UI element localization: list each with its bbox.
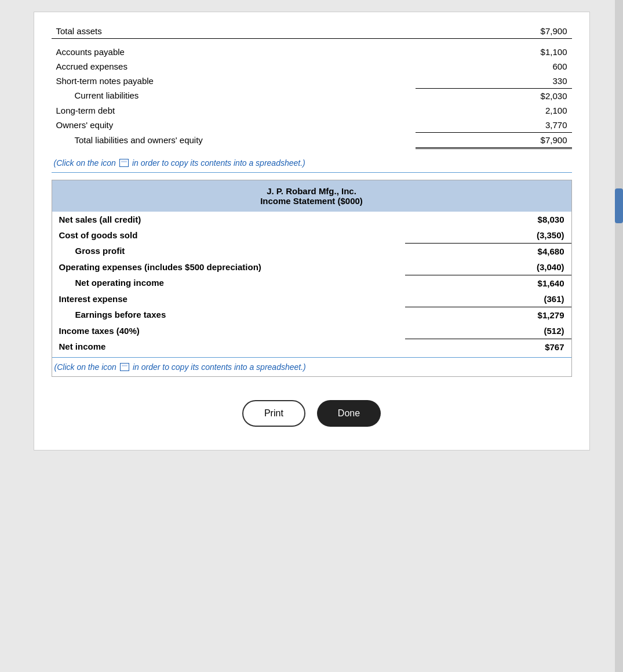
income-table: Net sales (all credit) $8,030 Cost of go… <box>52 212 571 355</box>
row-value: (512) <box>405 323 571 339</box>
row-value: $1,100 <box>416 45 571 59</box>
table-row: Interest expense (361) <box>52 291 571 307</box>
table-row: Total assets $7,900 <box>52 24 572 39</box>
table-row: Net sales (all credit) $8,030 <box>52 212 571 227</box>
row-value: $767 <box>405 339 571 355</box>
row-label: Total liabilities and owners' equity <box>52 132 416 148</box>
click-instruction-text-after: in order to copy its contents into a spr… <box>132 158 305 168</box>
row-label: Net sales (all credit) <box>52 212 405 227</box>
table-row-spacer <box>52 39 572 45</box>
row-label: Long-term debt <box>52 103 416 118</box>
table-row: Accounts payable $1,100 <box>52 45 572 59</box>
table-row: Accrued expenses 600 <box>52 59 572 74</box>
click-instruction-2-text-before: (Click on the icon <box>54 362 116 372</box>
table-row: Operating expenses (includes $500 deprec… <box>52 259 571 275</box>
table-row: Cost of goods sold (3,350) <box>52 227 571 244</box>
row-value: $7,900 <box>416 24 571 39</box>
table-row: Gross profit $4,680 <box>52 243 571 259</box>
spreadsheet-icon-2[interactable] <box>120 363 129 371</box>
table-row: Net operating income $1,640 <box>52 275 571 291</box>
income-statement-header: J. P. Robard Mfg., Inc. Income Statement… <box>52 180 571 212</box>
scrollbar[interactable] <box>615 0 623 672</box>
row-label: Income taxes (40%) <box>52 323 405 339</box>
row-value: (3,040) <box>405 259 571 275</box>
button-row: Print Done <box>52 400 572 427</box>
row-label: Operating expenses (includes $500 deprec… <box>52 259 405 275</box>
row-value: $4,680 <box>405 243 571 259</box>
table-row: Earnings before taxes $1,279 <box>52 307 571 323</box>
table-row: Total liabilities and owners' equity $7,… <box>52 132 572 148</box>
row-label: Net operating income <box>52 275 405 291</box>
click-instruction-2: (Click on the icon in order to copy its … <box>52 357 571 376</box>
row-label: Gross profit <box>52 243 405 259</box>
row-label: Short-term notes payable <box>52 74 416 89</box>
row-value: 330 <box>416 74 571 89</box>
income-statement-section: J. P. Robard Mfg., Inc. Income Statement… <box>52 180 572 377</box>
row-value: 2,100 <box>416 103 571 118</box>
row-value: $2,030 <box>416 88 571 103</box>
spreadsheet-icon-1[interactable] <box>119 159 129 167</box>
click-instruction-2-text-after: in order to copy its contents into a spr… <box>133 362 306 372</box>
row-label: Cost of goods sold <box>52 227 405 244</box>
main-container: Total assets $7,900 Accounts payable $1,… <box>34 12 590 451</box>
row-value: 3,770 <box>416 118 571 133</box>
done-button[interactable]: Done <box>317 400 381 427</box>
click-instruction-text-before: (Click on the icon <box>54 158 116 168</box>
row-label: Interest expense <box>52 291 405 307</box>
row-value: $1,640 <box>405 275 571 291</box>
row-label: Owners' equity <box>52 118 416 133</box>
table-row: Short-term notes payable 330 <box>52 74 572 89</box>
row-label: Current liabilities <box>52 88 416 103</box>
table-row: Net income $767 <box>52 339 571 355</box>
balance-sheet-table: Total assets $7,900 Accounts payable $1,… <box>52 24 572 149</box>
row-label: Net income <box>52 339 405 355</box>
scrollbar-thumb[interactable] <box>615 188 623 223</box>
row-label: Earnings before taxes <box>52 307 405 323</box>
row-value: $7,900 <box>416 132 571 148</box>
table-row: Owners' equity 3,770 <box>52 118 572 133</box>
table-row: Current liabilities $2,030 <box>52 88 572 103</box>
company-name: J. P. Robard Mfg., Inc. <box>57 186 567 196</box>
row-label: Accrued expenses <box>52 59 416 74</box>
row-value: (3,350) <box>405 227 571 244</box>
row-value: $1,279 <box>405 307 571 323</box>
row-value: (361) <box>405 291 571 307</box>
statement-title: Income Statement ($000) <box>57 196 567 206</box>
row-label: Total assets <box>52 24 416 39</box>
row-label: Accounts payable <box>52 45 416 59</box>
table-row: Income taxes (40%) (512) <box>52 323 571 339</box>
row-value: 600 <box>416 59 571 74</box>
row-value: $8,030 <box>405 212 571 227</box>
print-button[interactable]: Print <box>242 400 305 427</box>
click-instruction-1: (Click on the icon in order to copy its … <box>52 154 572 173</box>
table-row: Long-term debt 2,100 <box>52 103 572 118</box>
